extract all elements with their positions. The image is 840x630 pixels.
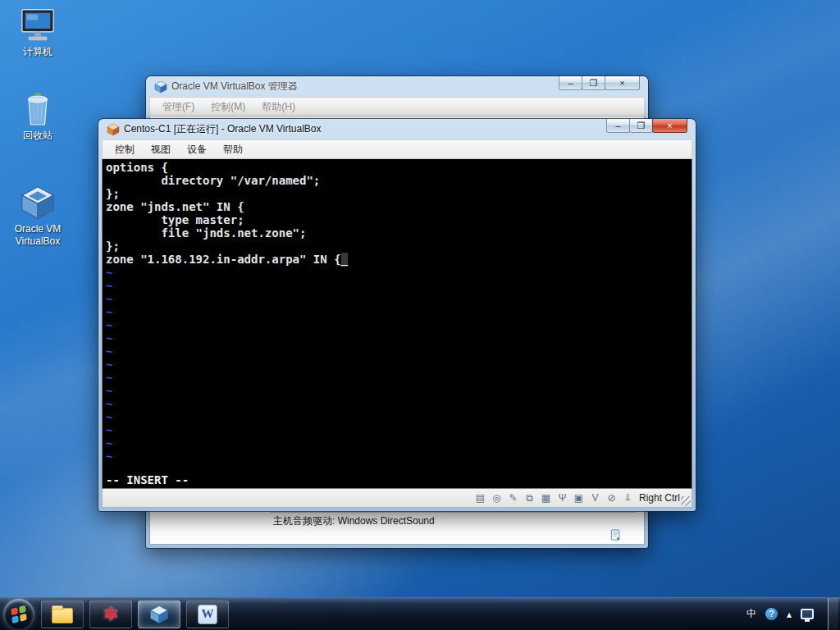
host-key-state-icon[interactable]: ⇩ (621, 491, 635, 505)
maximize-button[interactable]: ❐ (629, 119, 653, 133)
vm-window-title: Centos-C1 [正在运行] - Oracle VM VirtualBox (124, 122, 322, 136)
maximize-button[interactable]: ❐ (582, 76, 605, 90)
manager-caption-buttons: – ❐ × (559, 76, 640, 90)
menu-machine[interactable]: 控制(M) (203, 98, 253, 116)
menu-manage[interactable]: 管理(F) (155, 98, 202, 116)
taskbar-button-virtualbox[interactable] (138, 600, 180, 628)
terminal-empty-line: ~ (106, 436, 692, 450)
desktop[interactable]: 计算机 回收站 Oracle VM VirtualBox (0, 0, 840, 630)
terminal-line: type master; (106, 213, 692, 226)
host-key-label: Right Ctrl (639, 492, 680, 504)
vm-menubar: 控制 视图 设备 帮助 (102, 139, 692, 159)
shared-folders-icon[interactable]: ▣ (572, 491, 586, 505)
vm-titlebar[interactable]: Centos-C1 [正在运行] - Oracle VM VirtualBox … (102, 119, 692, 139)
red-app-icon: ✱ (100, 605, 121, 624)
virtualbox-icon (148, 605, 170, 624)
terminal-empty-line: ~ (106, 423, 692, 436)
menu-devices[interactable]: 设备 (180, 140, 214, 159)
terminal-empty-line: ~ (106, 410, 692, 423)
mouse-integration-icon[interactable]: ⊘ (605, 491, 619, 505)
taskbar-button-red-app[interactable]: ✱ (89, 600, 132, 628)
windows-flag-icon (11, 605, 27, 623)
desktop-icon-label: 计算机 (5, 46, 71, 58)
taskbar-button-word[interactable]: W (186, 600, 229, 628)
terminal-line-current: zone "1.168.192.in-addr.arpa" IN {_ (106, 253, 692, 266)
video-capture-icon[interactable]: ✎ (506, 491, 520, 505)
vm-window: Centos-C1 [正在运行] - Oracle VM VirtualBox … (98, 119, 696, 511)
virtualbox-logo-icon (154, 80, 167, 94)
terminal-line: file "jnds.net.zone"; (106, 226, 692, 240)
manager-menubar: 管理(F) 控制(M) 帮助(H) (149, 97, 645, 116)
terminal-empty-line: ~ (106, 358, 692, 371)
manager-window-title: Oracle VM VirtualBox 管理器 (171, 80, 298, 94)
desktop-icon-recycle-bin[interactable]: 回收站 (5, 90, 71, 142)
help-icon[interactable]: ? (765, 608, 778, 620)
desktop-icon-label: 回收站 (5, 130, 71, 142)
terminal-empty-line: ~ (106, 292, 692, 305)
help-glyph: ? (765, 608, 778, 620)
network-icon[interactable] (801, 609, 814, 619)
vi-mode-indicator: -- INSERT -- (106, 473, 692, 486)
menu-machine[interactable]: 控制 (107, 140, 142, 159)
menu-help[interactable]: 帮助 (216, 140, 250, 159)
terminal-line: }; (106, 187, 692, 200)
host-audio-driver-row: 主机音频驱动: Windows DirectSound (273, 514, 435, 528)
terminal-line: zone "jnds.net" IN { (106, 200, 692, 213)
details-page-icon[interactable] (609, 529, 623, 541)
minimize-button[interactable]: – (559, 76, 582, 90)
desktop-icon-computer[interactable]: 计算机 (5, 7, 71, 58)
terminal-line: directory "/var/named"; (106, 174, 692, 187)
network-glyph (801, 609, 814, 619)
taskbar-buttons: ✱ W (41, 598, 229, 630)
vm-console[interactable]: options { directory "/var/named"; }; zon… (102, 159, 692, 489)
vm-window-icon (107, 123, 120, 136)
terminal-empty-line: ~ (106, 345, 692, 358)
terminal-empty-line: ~ (106, 279, 692, 292)
vm-caption-buttons: – ❐ × (607, 119, 687, 133)
close-button[interactable]: × (652, 119, 687, 133)
computer-icon (18, 7, 57, 44)
language-indicator[interactable]: 中 (746, 607, 756, 621)
system-tray: 中 ? ▴ (746, 598, 840, 630)
vm-statusbar: ▤◎✎⧉▦Ψ▣V⊘⇩ Right Ctrl (102, 489, 692, 508)
terminal-line-text: zone "1.168.192.in-addr.arpa" IN { (106, 253, 341, 266)
terminal-empty-line: ~ (106, 450, 692, 463)
start-button[interactable] (3, 599, 34, 630)
terminal-empty-line: ~ (106, 266, 692, 279)
recycle-bin-icon (18, 90, 57, 128)
close-button[interactable]: × (605, 76, 640, 90)
terminal-content: options { directory "/var/named"; }; zon… (106, 161, 692, 473)
manager-titlebar[interactable]: Oracle VM VirtualBox 管理器 – ❐ × (149, 76, 645, 97)
status-icons: ▤◎✎⧉▦Ψ▣V⊘⇩ (473, 491, 635, 505)
terminal-empty-line: ~ (106, 384, 692, 397)
menu-help[interactable]: 帮助(H) (254, 98, 303, 116)
show-desktop-button[interactable] (828, 598, 838, 630)
virtualbox-icon (18, 184, 57, 221)
terminal-empty-line: ~ (106, 305, 692, 318)
menu-view[interactable]: 视图 (144, 140, 178, 159)
terminal-empty-line: ~ (106, 318, 692, 331)
word-icon: W (197, 605, 218, 624)
usb-icon[interactable]: Ψ (555, 491, 569, 505)
taskbar-button-explorer[interactable] (41, 600, 84, 628)
desktop-icon-label: Oracle VM VirtualBox (2, 223, 74, 248)
terminal-cursor: _ (341, 253, 348, 266)
terminal-empty-line: ~ (106, 371, 692, 384)
details-divider (270, 512, 636, 513)
hdd-icon[interactable]: ▤ (473, 491, 487, 505)
taskbar: ✱ W 中 ? ▴ (0, 597, 840, 630)
tray-chevron-icon[interactable]: ▴ (787, 609, 792, 620)
terminal-empty-line: ~ (106, 397, 692, 410)
network-adapter-icon[interactable]: ▦ (539, 491, 553, 505)
terminal-empty-line: ~ (106, 331, 692, 345)
terminal-line: options { (106, 161, 692, 174)
terminal-line: }; (106, 240, 692, 253)
folder-icon (52, 605, 73, 624)
resize-grip[interactable] (681, 496, 691, 506)
virtual-screens-icon[interactable]: ⧉ (523, 491, 536, 505)
minimize-button[interactable]: – (606, 119, 630, 133)
features-icon[interactable]: V (588, 491, 602, 505)
cd-icon[interactable]: ◎ (490, 491, 504, 505)
desktop-icon-virtualbox[interactable]: Oracle VM VirtualBox (2, 184, 74, 248)
